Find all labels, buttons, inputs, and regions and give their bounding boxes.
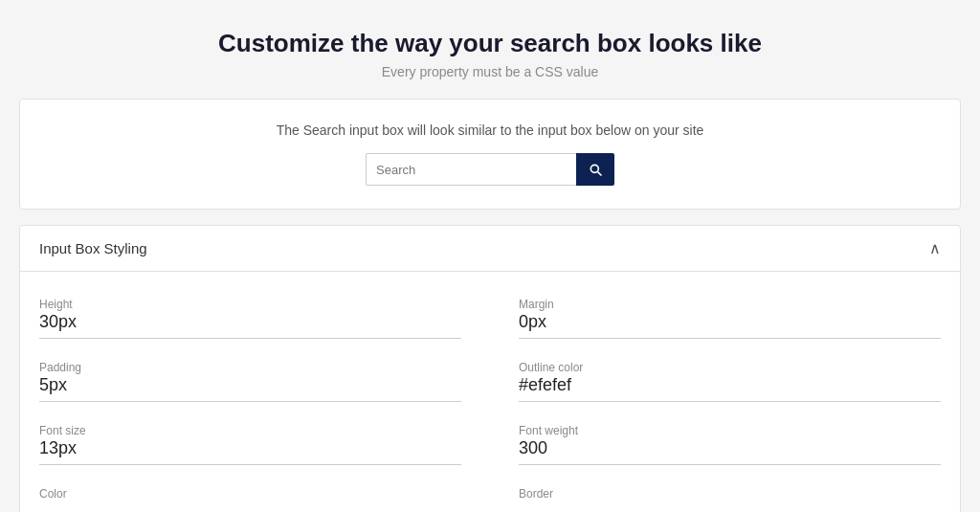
field-margin: Margin 0px <box>519 295 941 358</box>
field-font-weight-value: 300 <box>519 438 941 465</box>
field-margin-value: 0px <box>519 312 941 339</box>
field-font-size-value: 13px <box>39 438 461 465</box>
styling-body: Height 30px Margin 0px Padding 5px Outli… <box>20 272 960 512</box>
field-border-label: Border <box>519 487 553 501</box>
search-preview-row <box>39 153 941 186</box>
page-subtitle: Every property must be a CSS value <box>19 64 961 79</box>
field-font-weight: Font weight 300 <box>519 421 941 484</box>
field-padding-value: 5px <box>39 375 461 402</box>
styling-section-title: Input Box Styling <box>39 240 147 256</box>
field-outline-color-label: Outline color <box>519 361 583 374</box>
field-font-size-label: Font size <box>39 424 86 437</box>
chevron-up-icon: ∧ <box>929 239 941 257</box>
field-color: Color <box>39 484 461 512</box>
field-outline-color: Outline color #efefef <box>519 358 941 421</box>
field-padding-label: Padding <box>39 361 81 374</box>
field-font-size: Font size 13px <box>39 421 461 484</box>
field-height-label: Height <box>39 298 73 311</box>
field-color-label: Color <box>39 487 67 501</box>
styling-section: Input Box Styling ∧ Height 30px Margin 0… <box>19 225 961 512</box>
field-outline-color-value: #efefef <box>519 375 941 402</box>
styling-section-header[interactable]: Input Box Styling ∧ <box>20 226 960 272</box>
search-preview-button[interactable] <box>576 153 614 186</box>
field-padding: Padding 5px <box>39 358 461 421</box>
field-border-value <box>519 501 941 512</box>
page-title: Customize the way your search box looks … <box>19 29 961 58</box>
field-border: Border <box>519 484 941 512</box>
search-preview-input[interactable] <box>366 153 576 186</box>
preview-description: The Search input box will look similar t… <box>39 122 941 138</box>
field-font-weight-label: Font weight <box>519 424 578 437</box>
fields-grid: Height 30px Margin 0px Padding 5px Outli… <box>39 295 941 512</box>
search-icon <box>588 162 603 177</box>
field-margin-label: Margin <box>519 298 554 311</box>
field-height-value: 30px <box>39 312 461 339</box>
preview-box: The Search input box will look similar t… <box>19 99 961 210</box>
field-height: Height 30px <box>39 295 461 358</box>
field-color-value <box>39 501 461 512</box>
